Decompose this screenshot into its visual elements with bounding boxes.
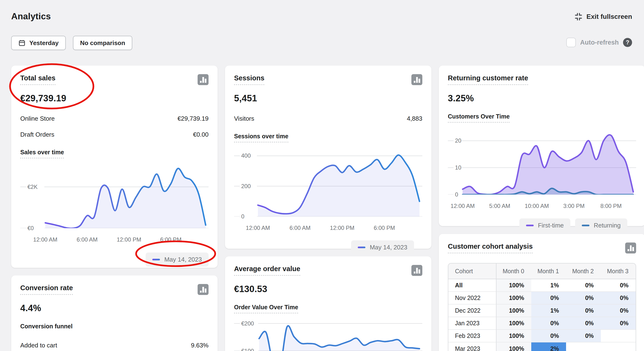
cohort-header-row: CohortMonth 0Month 1Month 2Month 3 bbox=[448, 263, 636, 279]
cohort-cell: 0% bbox=[566, 330, 601, 342]
first-time-dash-icon bbox=[526, 225, 534, 226]
page-title: Analytics bbox=[11, 12, 51, 22]
y-axis-label: 200 bbox=[241, 182, 251, 190]
cohort-column-header: Cohort bbox=[448, 263, 496, 279]
auto-refresh-checkbox[interactable] bbox=[566, 38, 576, 47]
sessions-title[interactable]: Sessions bbox=[234, 74, 264, 85]
cohort-cell: 100% bbox=[496, 304, 531, 317]
x-axis-label: 12:00 AM bbox=[450, 203, 474, 209]
sales-over-time-title[interactable]: Sales over time bbox=[20, 149, 64, 159]
exit-fullscreen-icon bbox=[574, 13, 583, 21]
cohort-row: Mar 2023100%2% bbox=[448, 342, 636, 351]
cohort-cell: 0% bbox=[566, 292, 601, 304]
metric-row: Visitors 4,883 bbox=[234, 115, 422, 122]
x-axis-label: 6:00 AM bbox=[290, 225, 310, 231]
cohort-label: Mar 2023 bbox=[448, 342, 496, 351]
calendar-icon bbox=[18, 39, 26, 47]
y-axis-label: €2K bbox=[28, 183, 38, 191]
legend-pill[interactable]: May 14, 2023 bbox=[146, 252, 208, 267]
cohort-label: Dec 2022 bbox=[448, 304, 496, 317]
y-axis-label: €0 bbox=[28, 224, 34, 232]
cohort-cell: 0% bbox=[531, 317, 566, 330]
bar-chart-icon bbox=[198, 284, 208, 295]
cohort-row: Dec 2022100%1%0%0% bbox=[448, 304, 636, 317]
analytics-dashboard: Analytics Exit fullscreen Yesterday No c… bbox=[0, 0, 644, 351]
order-value-over-time-chart: €200€100 12:00 AM6:00 AM12:00 PM6:00 PM bbox=[234, 321, 422, 351]
cohort-row: Jan 2023100%0%0%0% bbox=[448, 317, 636, 330]
sessions-over-time-chart: 4002000 12:00 AM6:00 AM12:00 PM6:00 PM bbox=[234, 150, 422, 235]
x-axis-label: 10:00 AM bbox=[525, 203, 549, 209]
metric-row: Draft Orders €0.00 bbox=[20, 131, 208, 138]
y-axis-label: 0 bbox=[455, 191, 458, 198]
sessions-over-time-title[interactable]: Sessions over time bbox=[234, 133, 288, 143]
cohort-cell: 100% bbox=[496, 292, 531, 304]
sessions-value: 5,451 bbox=[234, 93, 422, 104]
y-axis-label: €100 bbox=[241, 347, 254, 351]
sales-chart-svg bbox=[20, 166, 208, 228]
cohort-cell bbox=[566, 342, 601, 351]
cohort-cell: 100% bbox=[496, 279, 531, 292]
funnel-step-label: Added to cart bbox=[20, 342, 57, 349]
metric-label: Visitors bbox=[234, 115, 254, 122]
returning-rate-title[interactable]: Returning customer rate bbox=[448, 74, 528, 85]
legend-pill-returning[interactable]: Returning bbox=[575, 218, 627, 232]
conversion-funnel-title: Conversion funnel bbox=[20, 323, 72, 332]
x-axis-label: 12:00 PM bbox=[117, 236, 141, 243]
aov-title[interactable]: Average order value bbox=[234, 265, 300, 276]
legend-pill-first-time[interactable]: First-time bbox=[519, 218, 570, 232]
cohort-cell: 100% bbox=[496, 317, 531, 330]
x-axis-label: 3:00 PM bbox=[563, 203, 584, 209]
sessions-card: Sessions 5,451 Visitors 4,883 Sessions o… bbox=[225, 66, 432, 249]
x-axis-label: 8:00 PM bbox=[600, 203, 622, 209]
date-range-button[interactable]: Yesterday bbox=[11, 36, 66, 50]
auto-refresh-control: Auto-refresh ? bbox=[566, 38, 632, 47]
cohort-cell: 0% bbox=[566, 279, 601, 292]
cohort-cell: 100% bbox=[496, 330, 531, 342]
cohort-cell: 0% bbox=[566, 317, 601, 330]
customers-over-time-title[interactable]: Customers Over Time bbox=[448, 113, 510, 123]
cohort-cell: 1% bbox=[531, 304, 566, 317]
cohort-cell: 0% bbox=[566, 304, 601, 317]
cohort-label: Feb 2023 bbox=[448, 330, 496, 342]
conversion-rate-card: Conversion rate 4.4% Conversion funnel A… bbox=[11, 275, 218, 351]
bar-chart-icon bbox=[412, 265, 422, 276]
metric-value: 4,883 bbox=[407, 115, 422, 122]
bar-chart-icon bbox=[625, 242, 636, 253]
cohort-cell: 0% bbox=[531, 292, 566, 304]
returning-chart-svg bbox=[448, 130, 636, 195]
sales-over-time-chart: €2K€0 12:00 AM6:00 AM12:00 PM6:00 PM bbox=[20, 166, 208, 246]
cohort-cell: 2% bbox=[531, 342, 566, 351]
x-axis-label: 12:00 AM bbox=[246, 225, 270, 231]
funnel-step-value: 9.63% bbox=[191, 342, 208, 349]
cohort-row: All100%1%0%0% bbox=[448, 279, 636, 292]
y-axis-label: 400 bbox=[241, 152, 251, 160]
x-axis-label: 5:00 AM bbox=[489, 203, 510, 209]
cohort-cell bbox=[601, 342, 636, 351]
cohort-cell: 1% bbox=[531, 279, 566, 292]
metric-row: Online Store €29,739.19 bbox=[20, 115, 208, 122]
cohort-cell: 0% bbox=[601, 304, 636, 317]
average-order-value-card: Average order value €130.53 Order Value … bbox=[225, 256, 432, 351]
customer-cohort-card: Customer cohort analysis CohortMonth 0Mo… bbox=[439, 234, 644, 351]
cohort-title[interactable]: Customer cohort analysis bbox=[448, 242, 533, 253]
y-axis-label: 10 bbox=[455, 164, 462, 171]
x-axis-label: 12:00 PM bbox=[330, 225, 354, 231]
cohort-column-header: Month 0 bbox=[496, 263, 531, 279]
total-sales-card: Total sales €29,739.19 Online Store €29,… bbox=[11, 66, 218, 268]
exit-fullscreen-button[interactable]: Exit fullscreen bbox=[574, 13, 632, 21]
help-icon[interactable]: ? bbox=[623, 38, 632, 47]
cohort-column-header: Month 3 bbox=[601, 263, 636, 279]
customers-over-time-chart: 20100 12:00 AM5:00 AM10:00 AM3:00 PM8:00… bbox=[448, 130, 636, 213]
bar-chart-icon bbox=[198, 74, 208, 85]
cohort-column-header: Month 2 bbox=[566, 263, 601, 279]
total-sales-title[interactable]: Total sales bbox=[20, 74, 56, 85]
comparison-button[interactable]: No comparison bbox=[73, 36, 132, 50]
conversion-rate-title[interactable]: Conversion rate bbox=[20, 284, 73, 295]
cohort-column-header: Month 1 bbox=[531, 263, 566, 279]
metric-value: €0.00 bbox=[193, 131, 208, 138]
cohort-cell: 0% bbox=[601, 279, 636, 292]
metric-value: €29,739.19 bbox=[178, 115, 208, 122]
legend-pill[interactable]: May 14, 2023 bbox=[351, 240, 414, 254]
cohort-cell: 0% bbox=[531, 330, 566, 342]
order-value-over-time-title[interactable]: Order Value Over Time bbox=[234, 304, 298, 313]
